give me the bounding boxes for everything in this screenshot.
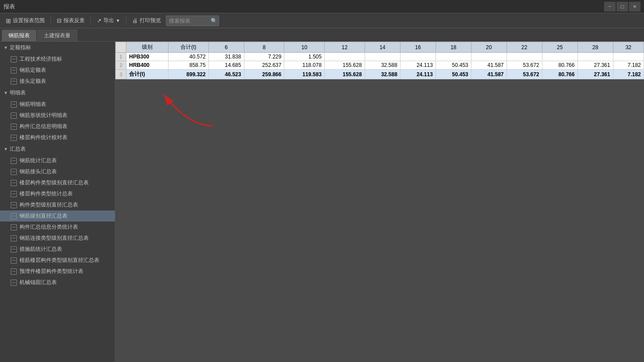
export-button[interactable]: ↗ 导出 ▼ [93,15,124,27]
sidebar-item-type-dia-summary[interactable]: 构件类型级别直径汇总表 [0,199,115,210]
export-dropdown-icon: ▼ [116,18,120,23]
d25-1 [542,53,577,61]
sidebar-item-engineering-tech-label: 工程技术经济指标 [20,55,62,63]
separator-3 [126,16,126,25]
col-total-header: 合计(t) [168,42,208,53]
col-d6-header: 6 [208,42,244,53]
sidebar-item-component-class-stat[interactable]: 构件汇总信息分类统计表 [0,222,115,233]
col-d10-header: 10 [284,42,325,53]
col-d28-header: 28 [577,42,613,53]
search-box: 🔍 [166,16,219,26]
col-d22-header: 22 [507,42,542,53]
section-fixed-quota-header[interactable]: ▼ 定额指标 [0,42,115,54]
maximize-button[interactable]: □ [617,2,628,12]
separator-2 [90,16,91,25]
item-icon-steel-detail [11,101,17,108]
tab-civil[interactable]: 土建报表量 [37,30,77,41]
sidebar-item-mechanical-anchor-summary[interactable]: 机械锚固汇总表 [0,277,115,288]
col-d18-header: 18 [436,42,471,53]
d28-3: 27.361 [577,70,613,79]
item-icon-preburied-floor-summary [11,269,17,275]
sidebar-item-steel-detail[interactable]: 钢筋明细表 [0,99,115,110]
export-icon: ↗ [97,17,102,24]
item-icon-floor-check [11,135,17,141]
d10-1: 1.505 [284,53,325,61]
sidebar-item-planted-floor-summary[interactable]: 植筋楼层构件类型级别直径汇总表 [0,255,115,266]
total-1: 40.572 [168,53,208,61]
sidebar-item-component-class-stat-label: 构件汇总信息分类统计表 [20,223,78,231]
d10-2: 118.078 [284,61,325,70]
sidebar-item-steel-grade-dia-summary[interactable]: 钢筋级别直径汇总表 [0,210,115,222]
col-grade-header: 级别 [126,42,169,53]
arrow-svg [151,86,222,130]
item-icon-steel-grade-dia-summary [11,213,17,219]
sidebar: ▼ 定额指标 工程技术经济指标 钢筋定额表 接头定额表 ▼ 明细表 [0,42,115,362]
set-range-label: 设置报表范围 [13,17,45,24]
d6-3: 46.523 [208,70,244,79]
sidebar-item-measure-stat-summary[interactable]: 措施筋统计汇总表 [0,244,115,255]
table-row: 2 HRB400 858.75 14.685 252.637 118.078 1… [116,61,644,70]
d18-3: 50.453 [436,70,471,79]
item-icon-steel-shape-stat [11,113,17,119]
set-range-button[interactable]: ⊞ 设置报表范围 [2,15,49,27]
sidebar-item-preburied-floor-summary[interactable]: 预埋件楼层构件类型统计表 [0,266,115,277]
col-d20-header: 20 [471,42,507,53]
col-d25-header: 25 [542,42,577,53]
title-bar-left: 报表 [4,3,15,11]
table-row-total: 3 合计(t) 899.322 46.523 259.866 119.583 1… [116,70,644,79]
item-icon-type-dia-summary [11,202,17,208]
review-button[interactable]: ⊟ 报表反查 [53,15,89,27]
sidebar-item-joint-quota-label: 接头定额表 [20,78,46,85]
sidebar-item-floor-check[interactable]: 楼层构件统计校对表 [0,132,115,143]
section-detail-table: ▼ 明细表 钢筋明细表 钢筋形状统计明细表 构件汇总信息明细表 楼层构件统计校对… [0,87,115,143]
tab-steel-label: 钢筋报表 [8,32,30,39]
close-button[interactable]: × [629,2,640,12]
item-icon-joint-quota [11,78,17,85]
sidebar-item-steel-quota[interactable]: 钢筋定额表 [0,65,115,76]
section-detail-table-header[interactable]: ▼ 明细表 [0,87,115,99]
col-d8-header: 8 [244,42,284,53]
section-detail-table-label: 明细表 [10,89,26,97]
item-icon-connect-type-dia-summary [11,235,17,241]
sidebar-item-floor-type-dia-summary[interactable]: 楼层构件类型级别直径汇总表 [0,177,115,188]
print-preview-label: 打印预览 [140,17,161,24]
search-icon: 🔍 [211,18,217,24]
sidebar-item-steel-shape-stat[interactable]: 钢筋形状统计明细表 [0,110,115,121]
item-icon-measure-stat-summary [11,246,17,253]
sidebar-item-component-info-label: 构件汇总信息明细表 [20,123,67,130]
tab-steel[interactable]: 钢筋报表 [2,30,36,41]
sidebar-item-engineering-tech[interactable]: 工程技术经济指标 [0,54,115,65]
tab-bar: 钢筋报表 土建报表量 [0,28,644,42]
d14-3: 32.588 [365,70,400,79]
item-icon-mechanical-anchor-summary [11,280,17,286]
d20-1 [471,53,507,61]
print-preview-button[interactable]: 🖨 打印预览 [128,15,165,27]
table-wrapper: 级别 合计(t) 6 8 10 12 14 16 18 20 22 25 28 … [115,42,644,79]
item-icon-engineering-tech [11,56,17,62]
d12-2: 155.628 [325,61,365,70]
item-icon-steel-joint-summary [11,169,17,175]
search-input[interactable] [169,18,209,24]
row-num-1: 1 [116,53,126,61]
sidebar-item-steel-joint-summary[interactable]: 钢筋接头汇总表 [0,166,115,177]
col-d12-header: 12 [325,42,365,53]
sidebar-item-connect-type-dia-summary[interactable]: 钢筋连接类型级别直径汇总表 [0,233,115,244]
sidebar-item-steel-joint-summary-label: 钢筋接头汇总表 [20,168,57,175]
d16-2: 24.113 [400,61,436,70]
review-label: 报表反查 [63,17,85,24]
d20-3: 41.587 [471,70,507,79]
title-bar-controls: － □ × [604,2,640,12]
item-icon-component-class-stat [11,224,17,230]
d8-1: 7.229 [244,53,284,61]
minimize-button[interactable]: － [604,2,616,12]
sidebar-item-planted-floor-summary-label: 植筋楼层构件类型级别直径汇总表 [20,257,99,264]
sidebar-item-preburied-floor-summary-label: 预埋件楼层构件类型统计表 [20,268,83,275]
sidebar-item-connect-type-dia-summary-label: 钢筋连接类型级别直径汇总表 [20,234,89,242]
d22-3: 53.672 [507,70,542,79]
section-summary-table-header[interactable]: ▼ 汇总表 [0,143,115,155]
sidebar-item-steel-shape-stat-label: 钢筋形状统计明细表 [20,112,67,119]
sidebar-item-joint-quota[interactable]: 接头定额表 [0,76,115,87]
sidebar-item-floor-type-stat-summary[interactable]: 楼层构件类型统计总表 [0,188,115,199]
sidebar-item-steel-stat-summary[interactable]: 钢筋统计汇总表 [0,155,115,166]
sidebar-item-component-info[interactable]: 构件汇总信息明细表 [0,121,115,132]
